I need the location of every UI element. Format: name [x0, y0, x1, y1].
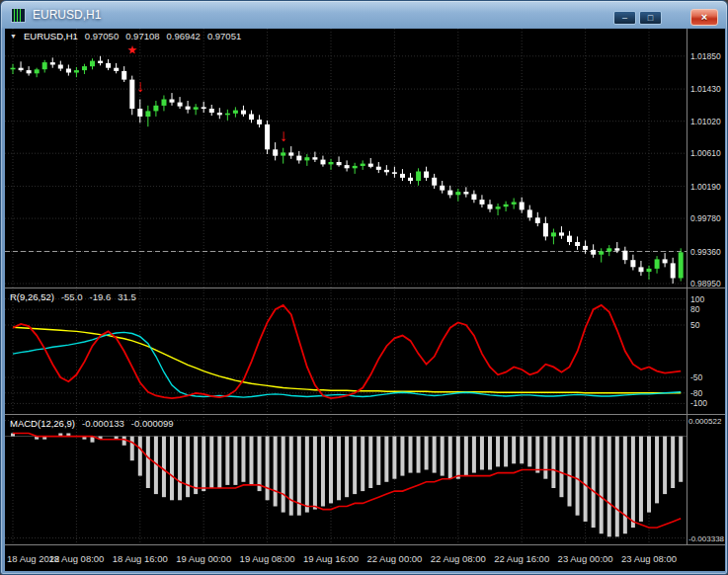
candle-body	[551, 232, 556, 236]
candle-body	[50, 62, 55, 64]
candle-body	[559, 232, 564, 235]
candle-body	[11, 68, 16, 70]
time-scale-area[interactable]	[5, 545, 725, 571]
candle-body	[416, 172, 421, 182]
chart-window-icon	[11, 8, 26, 23]
candle-body	[137, 109, 142, 117]
wpr-fast-line	[13, 305, 681, 398]
macd-indicator-header: MACD(12,26,9) -0.000133 -0.000099	[10, 418, 174, 429]
candle-body	[241, 111, 246, 115]
candle-body	[82, 66, 87, 70]
sell-signal-arrow-icon: ↓	[279, 126, 287, 145]
candle-body	[496, 206, 501, 208]
wpr-indicator-label: R(9,26,52)	[10, 291, 54, 302]
window-controls: – □ ×	[610, 9, 718, 26]
wpr-slow-line	[13, 327, 681, 393]
candle-body	[622, 251, 627, 261]
candle-body	[591, 250, 596, 255]
candle-body	[432, 178, 437, 186]
candle-body	[98, 61, 103, 63]
candle-body	[90, 61, 95, 67]
macd-indicator-label: MACD(12,26,9)	[10, 418, 75, 429]
candle-body	[66, 69, 71, 73]
candle-body	[74, 70, 79, 72]
candle-body	[471, 195, 476, 201]
candle-body	[607, 248, 611, 251]
candle-body	[257, 120, 262, 124]
candle-body	[58, 65, 63, 69]
candle-body	[630, 260, 635, 267]
candle-body	[535, 217, 540, 223]
candle-body	[249, 115, 254, 121]
maximize-button[interactable]: □	[639, 11, 662, 25]
candle-body	[647, 269, 652, 272]
candle-body	[512, 203, 517, 205]
window-title: EURUSD,H1	[33, 8, 101, 22]
candle-body	[520, 203, 525, 210]
wpr-value-1: -55.0	[61, 291, 83, 302]
candle-body	[384, 170, 389, 172]
candle-body	[504, 205, 509, 206]
candle-body	[129, 80, 134, 109]
chart-header: ▼ EURUSD,H1 0.97050 0.97108 0.96942 0.97…	[10, 31, 241, 41]
wpr-value-3: 31.5	[118, 291, 136, 302]
candle-body	[488, 205, 493, 209]
candle-body	[217, 113, 222, 115]
candle-body	[273, 149, 278, 155]
wpr-value-2: -19.6	[90, 291, 112, 302]
candle-body	[455, 192, 460, 195]
candle-body	[153, 106, 158, 112]
candle-body	[614, 248, 619, 250]
candle-body	[114, 68, 119, 71]
candle-body	[368, 164, 373, 167]
candle-body	[424, 172, 429, 178]
macd-value-signal: -0.000099	[131, 418, 174, 429]
candle-body	[447, 191, 452, 196]
candle-body	[35, 69, 40, 73]
candle-body	[225, 114, 230, 116]
candle-body	[671, 263, 676, 278]
close-button[interactable]: ×	[690, 9, 718, 26]
candle-body	[663, 259, 668, 263]
candle-body	[543, 223, 548, 237]
candle-body	[345, 165, 350, 168]
mt4-chart-window: EURUSD,H1 – □ × ★↓↓1.018501.014301.01020…	[0, 0, 728, 575]
ohlc-close: 0.97051	[207, 31, 241, 41]
candle-body	[337, 162, 342, 165]
candle-body	[194, 107, 199, 109]
candle-body	[304, 157, 309, 160]
candle-body	[361, 164, 365, 166]
price-scale-area[interactable]	[688, 29, 725, 544]
candle-body	[655, 259, 660, 269]
ohlc-open: 0.97050	[85, 31, 119, 41]
sell-signal-star-icon: ★	[127, 44, 136, 55]
candle-body	[233, 111, 238, 114]
candle-body	[392, 172, 397, 174]
candle-body	[145, 111, 150, 117]
title-bar[interactable]: EURUSD,H1 – □ ×	[1, 1, 727, 29]
candle-body	[281, 152, 285, 155]
candle-body	[121, 71, 126, 80]
candle-body	[265, 124, 270, 149]
candle-body	[567, 236, 572, 242]
candle-body	[440, 186, 445, 191]
chevron-down-icon[interactable]: ▼	[10, 31, 17, 41]
candle-body	[400, 174, 405, 178]
minimize-button[interactable]: –	[613, 11, 636, 25]
ohlc-low: 0.96942	[167, 31, 201, 41]
candle-body	[353, 166, 358, 168]
candle-body	[583, 246, 588, 250]
candle-body	[679, 252, 684, 278]
candle-body	[575, 242, 580, 246]
sell-signal-arrow-icon: ↓	[136, 77, 145, 96]
candle-body	[408, 178, 413, 181]
candle-body	[527, 209, 532, 217]
candle-body	[170, 100, 175, 103]
candle-body	[42, 62, 47, 69]
candle-body	[162, 100, 167, 106]
candle-body	[288, 152, 293, 155]
candle-body	[312, 157, 317, 159]
candle-body	[209, 109, 214, 113]
candle-body	[106, 63, 111, 68]
chart-client-area[interactable]: ★↓↓1.018501.014301.010201.006101.001900.…	[5, 29, 725, 571]
